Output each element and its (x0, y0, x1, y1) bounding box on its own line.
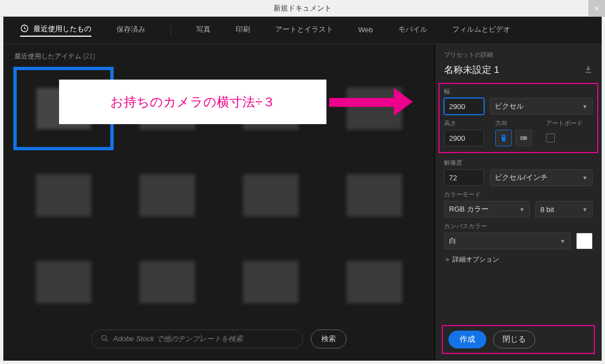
height-label: 高さ (444, 119, 491, 127)
advanced-options-toggle[interactable]: ＞ 詳細オプション (444, 255, 593, 264)
tab-art-label: アートとイラスト (275, 24, 333, 35)
annotation-text: お持ちのカメラの横寸法÷３ (110, 94, 275, 111)
tab-mobile[interactable]: モバイル (398, 24, 427, 36)
unit-value: ピクセル (495, 101, 524, 111)
tab-print-label: 印刷 (236, 24, 250, 35)
tab-photo[interactable]: 写真 (196, 24, 211, 36)
advanced-options-label: 詳細オプション (452, 255, 499, 263)
color-mode-label: カラーモード (444, 190, 593, 199)
resolution-unit-value: ピクセル/インチ (495, 173, 548, 183)
tab-saved-label: 保存済み (116, 24, 145, 35)
footer-highlight: 作成 閉じる (442, 325, 595, 354)
color-mode-select[interactable]: RGB カラー ▼ (444, 201, 530, 218)
stock-search-input[interactable]: Adobe Stock で他のテンプレートを検索 (91, 329, 303, 348)
tab-film-label: フィルムとビデオ (452, 24, 510, 35)
preset-details-panel: プリセットの詳細 名称未設定 1 幅 ピクセル ▼ (435, 43, 602, 361)
clock-icon (20, 24, 29, 35)
template-card[interactable] (13, 154, 114, 237)
canvas-color-label: カンバスカラー (444, 222, 593, 230)
new-document-dialog: 新規ドキュメント × 最近使用したもの 保存済み 写真 印刷 アートとイラスト … (0, 0, 605, 364)
tab-web[interactable]: Web (358, 26, 373, 35)
color-mode-value: RGB カラー (449, 204, 489, 214)
resolution-label: 解像度 (444, 159, 593, 167)
tab-photo-label: 写真 (196, 24, 211, 35)
create-button-label: 作成 (460, 335, 475, 343)
width-input[interactable] (444, 98, 484, 115)
tab-film[interactable]: フィルムとビデオ (452, 24, 510, 36)
template-card[interactable] (221, 240, 321, 324)
dialog-body: 最近使用したもの 保存済み 写真 印刷 アートとイラスト Web モバイル フィ… (3, 17, 602, 361)
preset-details-label: プリセットの詳細 (444, 51, 593, 59)
window-title: 新規ドキュメント (0, 3, 605, 13)
stock-search-button[interactable]: 検索 (311, 329, 347, 348)
chevron-down-icon: ▼ (582, 206, 588, 213)
document-name-row: 名称未設定 1 (444, 63, 593, 76)
svg-rect-4 (520, 136, 527, 140)
tab-art[interactable]: アートとイラスト (275, 24, 333, 36)
dialog-footer: 作成 閉じる (442, 325, 595, 354)
template-card[interactable] (324, 240, 425, 324)
category-tabs: 最近使用したもの 保存済み 写真 印刷 アートとイラスト Web モバイル フィ… (3, 17, 602, 43)
svg-point-1 (102, 335, 106, 340)
orientation-landscape-button[interactable] (515, 130, 532, 146)
resolution-input[interactable] (444, 169, 484, 186)
resolution-unit-select[interactable]: ピクセル/インチ ▼ (490, 169, 593, 186)
close-button-label: 閉じる (502, 335, 526, 343)
content-area: 最近使用したアイテム (21) (3, 43, 602, 361)
svg-point-3 (502, 135, 504, 137)
tab-web-label: Web (358, 26, 373, 34)
titlebar: 新規ドキュメント × (0, 0, 605, 17)
tab-mobile-label: モバイル (398, 24, 427, 35)
stock-search-button-label: 検索 (321, 334, 336, 344)
search-icon (101, 335, 109, 344)
artboard-label: アートボード (546, 119, 593, 127)
recent-header-label: 最近使用したアイテム (14, 52, 81, 60)
chevron-down-icon: ▼ (582, 175, 588, 181)
template-card[interactable] (117, 154, 217, 237)
recent-header: 最近使用したアイテム (21) (14, 52, 427, 61)
orientation-label: 方向 (495, 119, 542, 127)
template-card[interactable] (324, 154, 425, 237)
annotation-callout: お持ちのカメラの横寸法÷３ (59, 80, 326, 124)
document-name[interactable]: 名称未設定 1 (444, 63, 499, 76)
chevron-down-icon: ▼ (582, 104, 588, 110)
create-button[interactable]: 作成 (448, 331, 486, 348)
stock-search-placeholder: Adobe Stock で他のテンプレートを検索 (113, 334, 243, 344)
template-card[interactable] (221, 154, 321, 237)
chevron-right-icon: ＞ (444, 255, 451, 263)
templates-panel: 最近使用したアイテム (21) (3, 43, 435, 361)
orientation-portrait-button[interactable] (495, 130, 512, 146)
width-label: 幅 (444, 87, 593, 96)
unit-select[interactable]: ピクセル ▼ (490, 98, 593, 115)
recent-count: (21) (83, 52, 95, 60)
annotation-arrow-icon (329, 88, 413, 116)
template-card[interactable] (117, 240, 217, 324)
template-card[interactable] (13, 240, 114, 324)
svg-point-5 (521, 137, 523, 139)
chevron-down-icon: ▼ (519, 206, 525, 213)
canvas-color-select[interactable]: 白 ▼ (444, 233, 570, 249)
stock-search-bar: Adobe Stock で他のテンプレートを検索 検索 (3, 325, 435, 353)
height-input[interactable] (444, 130, 484, 146)
tab-print[interactable]: 印刷 (236, 24, 250, 36)
chevron-down-icon: ▼ (560, 238, 565, 244)
bit-depth-select[interactable]: 8 bit ▼ (535, 201, 593, 218)
tab-saved[interactable]: 保存済み (116, 24, 145, 36)
close-icon[interactable]: × (588, 0, 605, 17)
artboard-checkbox[interactable] (546, 134, 555, 142)
close-button[interactable]: 閉じる (493, 331, 535, 348)
tab-recent-label: 最近使用したもの (33, 24, 91, 34)
tab-divider (170, 25, 171, 35)
download-preset-icon[interactable] (584, 65, 593, 75)
tab-recent[interactable]: 最近使用したもの (20, 24, 91, 37)
canvas-color-value: 白 (449, 236, 456, 246)
bit-depth-value: 8 bit (540, 205, 554, 214)
dimensions-group: 幅 ピクセル ▼ 高さ 方向 (438, 83, 598, 153)
canvas-color-swatch[interactable] (576, 233, 593, 249)
